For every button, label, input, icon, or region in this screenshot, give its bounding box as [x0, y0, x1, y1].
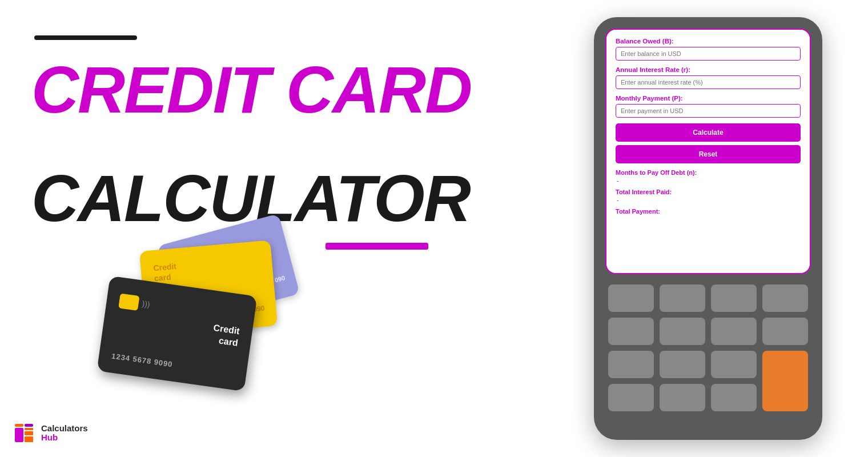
- payment-label: Monthly Payment (P):: [616, 95, 801, 102]
- logo-cell-magenta: [15, 428, 23, 442]
- balance-input[interactable]: [616, 47, 801, 61]
- key-6[interactable]: [660, 318, 705, 345]
- card-black-number: 1234 5678 9090: [111, 352, 173, 369]
- key-11[interactable]: [711, 351, 757, 378]
- logo-name-calculators: Calculators: [41, 424, 88, 434]
- left-section: CREDIT CARD CALCULATOR Creditcard 090 Cr…: [0, 0, 548, 457]
- key-10[interactable]: [660, 351, 705, 378]
- keypad: [605, 284, 811, 411]
- interest-label: Annual Interest Rate (r):: [616, 66, 801, 73]
- card-black-text: Creditcard: [211, 322, 240, 350]
- total-payment-label: Total Payment:: [616, 208, 801, 215]
- balance-label: Balance Owed (B):: [616, 38, 801, 45]
- calculator-device: Balance Owed (B): Annual Interest Rate (…: [594, 17, 822, 440]
- accent-bar: [326, 243, 428, 250]
- interest-input[interactable]: [616, 75, 801, 89]
- logo-name-hub: Hub: [41, 433, 88, 443]
- key-4[interactable]: [762, 284, 808, 312]
- cards-illustration: Creditcard 090 Creditcard 090 ))) Credit…: [91, 228, 331, 423]
- logo-icon: [11, 420, 37, 446]
- logo-cell-bars: [25, 428, 33, 442]
- interest-paid-label: Total Interest Paid:: [616, 189, 801, 195]
- calculator-screen: Balance Owed (B): Annual Interest Rate (…: [605, 29, 811, 274]
- calculate-button[interactable]: Calculate: [616, 123, 801, 142]
- card-purple-number: 090: [274, 274, 286, 283]
- right-section: Balance Owed (B): Annual Interest Rate (…: [548, 0, 868, 457]
- logo-text: Calculators Hub: [41, 424, 88, 443]
- key-1[interactable]: [608, 284, 654, 312]
- key-12[interactable]: [608, 384, 654, 411]
- logo-cell-purple: [25, 424, 33, 427]
- interest-paid-value: -: [616, 197, 801, 203]
- card-yellow-text: Creditcard: [153, 261, 178, 284]
- key-14[interactable]: [711, 384, 757, 411]
- months-value: -: [616, 177, 801, 184]
- logo: Calculators Hub: [11, 420, 88, 446]
- key-13[interactable]: [660, 384, 705, 411]
- key-9[interactable]: [608, 351, 654, 378]
- key-8[interactable]: [762, 318, 808, 345]
- reset-button[interactable]: Reset: [616, 145, 801, 163]
- card-black: ))) Creditcard 1234 5678 9090: [97, 276, 258, 392]
- card-wifi-icon: ))): [142, 299, 151, 309]
- key-orange-tall[interactable]: [762, 351, 808, 411]
- payment-input[interactable]: [616, 104, 801, 118]
- key-3[interactable]: [711, 284, 757, 312]
- key-2[interactable]: [660, 284, 705, 312]
- key-5[interactable]: [608, 318, 654, 345]
- card-chip: [118, 294, 139, 311]
- key-7[interactable]: [711, 318, 757, 345]
- logo-cell-orange: [15, 424, 23, 427]
- months-label: Months to Pay Off Debt (n):: [616, 169, 801, 176]
- title-line1: CREDIT CARD: [31, 57, 471, 123]
- top-decorative-bar: [34, 35, 137, 40]
